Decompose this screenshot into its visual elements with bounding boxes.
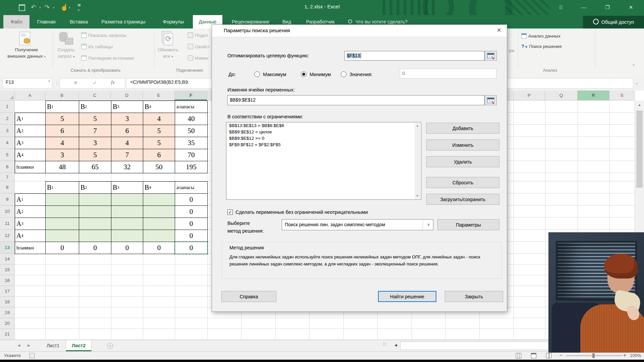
cell-variable[interactable] <box>45 193 79 206</box>
confirm-entry-icon[interactable]: ✓ <box>93 80 97 86</box>
row-header-1[interactable]: 1 <box>0 101 15 113</box>
cell-cost[interactable]: 7 <box>111 149 143 161</box>
restore-icon[interactable]: ❐ <box>602 3 613 12</box>
cell-variable[interactable] <box>79 218 111 230</box>
tab-insert[interactable]: Вставка <box>65 15 92 28</box>
constraint-item[interactable]: $B$9:$E$12 >= 0 <box>226 135 421 141</box>
delete-constraint-button[interactable]: Удалить <box>426 156 499 167</box>
cell-variable[interactable] <box>45 218 79 230</box>
ribbon-display-options-icon[interactable]: ⍐ <box>555 3 567 12</box>
row-header-18[interactable]: 18 <box>0 297 15 307</box>
column-header-S[interactable]: S <box>609 90 635 101</box>
name-box-dropdown-icon[interactable]: ▾ <box>48 79 50 83</box>
cell-demand-zero[interactable]: 0 <box>79 242 111 254</box>
row-header-13[interactable]: 13 <box>0 242 15 254</box>
edit-links-button[interactable]: Измен <box>188 55 208 62</box>
cell-header[interactable]: B4 <box>143 101 175 113</box>
new-query-button[interactable] <box>56 31 76 46</box>
collapse-ribbon-icon[interactable]: ⌃ <box>632 64 635 68</box>
dialog-title-bar[interactable]: Параметры поиска решения ✕ <box>212 25 507 37</box>
constraints-listbox[interactable]: $B$13:$E$13 = $B$6:$E$6$B$9:$E$12 = цело… <box>226 122 421 200</box>
hscroll-left-icon[interactable]: ◀ <box>394 343 397 347</box>
vertical-scrollbar-thumb[interactable] <box>636 111 643 188</box>
cell-supply-zero[interactable]: 0 <box>175 205 208 218</box>
cell-variable[interactable] <box>111 205 143 218</box>
scroll-up-icon[interactable]: ▲ <box>635 101 644 109</box>
scroll-down-icon[interactable]: ▼ <box>415 193 420 199</box>
cell-cost[interactable]: 4 <box>143 113 175 125</box>
cell-cost[interactable]: 4 <box>111 137 143 149</box>
cell-cost[interactable]: 5 <box>143 125 175 137</box>
row-header-19[interactable]: 19 <box>0 307 15 318</box>
connections-button[interactable]: Подкл <box>188 32 208 39</box>
cell-cost[interactable]: 6 <box>111 125 143 137</box>
cell-cost[interactable]: 5 <box>79 149 111 161</box>
column-header-B[interactable]: B <box>45 90 79 101</box>
cell-variable[interactable] <box>45 205 79 218</box>
from-table-button[interactable]: Из таблицы <box>81 43 113 51</box>
cell-demand[interactable]: 48 <box>45 161 79 173</box>
cell-row-label[interactable]: A1 <box>15 113 46 125</box>
tab-file[interactable]: Файл <box>3 15 30 28</box>
solving-method-select[interactable]: Поиск решения лин. задач симплекс-методо… <box>282 219 433 230</box>
cell-row-label[interactable]: bj заявки <box>15 242 46 254</box>
row-header-11[interactable]: 11 <box>0 218 15 230</box>
cell-variable[interactable] <box>79 193 111 206</box>
cell-row-label[interactable]: A2 <box>15 125 46 137</box>
row-header-21[interactable]: 21 <box>0 329 15 340</box>
cell-header[interactable]: B4 <box>143 181 175 194</box>
macro-record-icon[interactable] <box>30 353 35 358</box>
data-analysis-button[interactable]: Анализ данных <box>521 33 560 40</box>
show-queries-button[interactable]: Показать запросы <box>81 32 126 39</box>
new-sheet-icon[interactable]: + <box>107 343 113 349</box>
radio-minimum-selected[interactable] <box>301 71 307 77</box>
cell-total[interactable]: 195 <box>175 161 208 173</box>
radio-maximum-label[interactable]: Максимум <box>263 72 286 77</box>
cell-supply[interactable]: 70 <box>175 149 208 161</box>
column-header-A[interactable]: A <box>15 90 45 101</box>
tabbar-splitter-handle[interactable]: ⁞⁞ <box>383 342 386 347</box>
cell-row-label[interactable]: A2 <box>15 205 46 218</box>
active-cell-F13[interactable]: 0 <box>175 242 208 254</box>
recent-sources-button[interactable]: Последние источники <box>81 55 134 62</box>
insert-function-icon[interactable]: fx <box>111 79 115 85</box>
page-layout-view-icon[interactable] <box>531 353 536 358</box>
column-header-R[interactable]: R <box>578 90 609 101</box>
column-header-C[interactable]: C <box>79 90 111 101</box>
cell-cost[interactable]: 4 <box>45 137 79 149</box>
minimize-icon[interactable]: — <box>578 3 589 12</box>
refresh-all-button[interactable]: ⟳ <box>156 31 180 46</box>
row-header-6[interactable]: 6 <box>0 161 15 173</box>
cell-row-label[interactable]: A3 <box>15 218 46 230</box>
constraint-item[interactable]: $B$9:$E$12 = целое <box>226 129 421 135</box>
cell-variable[interactable] <box>143 218 175 230</box>
row-header-12[interactable]: 12 <box>0 230 15 242</box>
sheet-nav-left-icon[interactable]: ◀ <box>17 343 20 348</box>
cell-header[interactable]: B1 <box>45 101 79 113</box>
row-header-9[interactable]: 9 <box>0 193 15 205</box>
row-header-8[interactable]: 8 <box>0 181 15 193</box>
row-header-10[interactable]: 10 <box>0 205 15 218</box>
select-all-corner[interactable] <box>0 90 15 101</box>
cell-header[interactable]: ai запасы <box>175 101 208 113</box>
non-negative-label[interactable]: Сделать переменные без ограничений неотр… <box>235 209 368 215</box>
solve-button[interactable]: Найти решение <box>378 291 436 302</box>
cell-demand[interactable]: 65 <box>79 161 111 173</box>
row-header-3[interactable]: 3 <box>0 125 15 137</box>
cell-row-label[interactable]: A1 <box>15 193 46 206</box>
close-icon[interactable]: ✕ <box>625 3 637 12</box>
formula-bar-expand-icon[interactable]: ⌄ <box>635 81 638 85</box>
get-external-data-button[interactable] <box>10 31 44 49</box>
help-button[interactable]: Справка <box>221 291 276 302</box>
video-overlay[interactable] <box>548 232 644 353</box>
cell-cost[interactable]: 3 <box>111 113 143 125</box>
radio-value-of-label[interactable]: Значения: <box>350 72 372 77</box>
cell-demand[interactable]: 50 <box>143 161 175 173</box>
constraints-scrollbar[interactable]: ▲ ▼ <box>415 123 420 199</box>
cell-cost[interactable]: 6 <box>143 149 175 161</box>
variable-cells-range-picker-button[interactable] <box>485 95 497 105</box>
tab-page-layout[interactable]: Разметка страницы <box>97 15 150 28</box>
sheet-tab-list1[interactable]: Лист1 <box>40 340 66 351</box>
cell-demand-zero[interactable]: 0 <box>45 242 79 254</box>
radio-minimum-label[interactable]: Минимум <box>310 72 331 77</box>
